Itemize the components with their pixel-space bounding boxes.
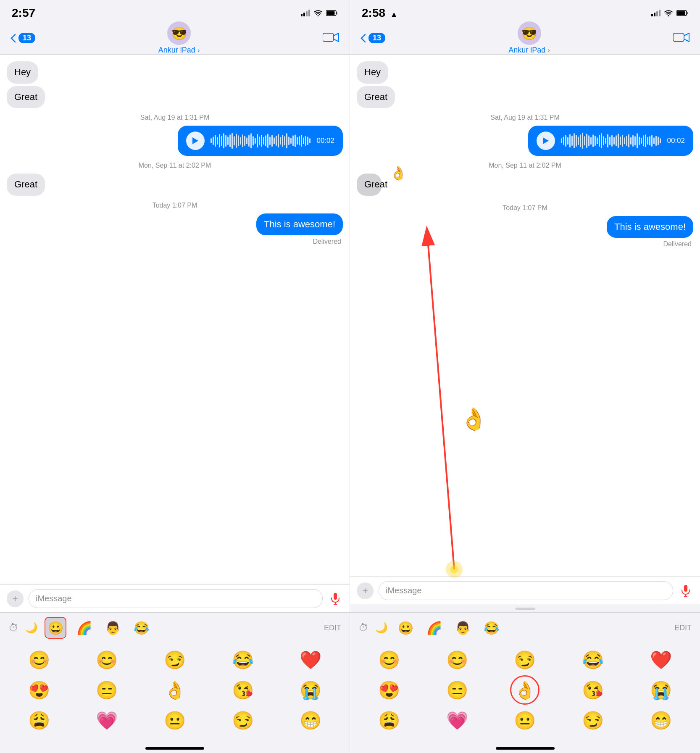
right-drag-handle	[515, 608, 535, 610]
emoji-8[interactable]: 👌	[142, 677, 207, 703]
right-status-icons	[651, 10, 688, 16]
right-emoji-3[interactable]: 😏	[493, 646, 558, 673]
right-emoji-11[interactable]: 😩	[357, 707, 421, 734]
right-back-button[interactable]: 13	[360, 33, 385, 43]
left-panel: 2:57	[0, 0, 350, 753]
emoji-13[interactable]: 😐	[142, 707, 207, 734]
signal-icon	[301, 10, 310, 16]
right-great-bubble-container: Great 👌	[357, 174, 395, 196]
right-emoji-bar-laugh[interactable]: 😂	[480, 617, 502, 639]
right-emoji-5[interactable]: ❤️	[629, 646, 693, 673]
right-msg-awesome: This is awesome!	[607, 216, 693, 238]
right-panel: 2:58 ▲	[350, 0, 700, 753]
right-message-input[interactable]: iMessage	[379, 581, 673, 600]
left-status-bar: 2:57	[0, 0, 350, 23]
back-badge: 13	[18, 33, 35, 43]
audio-message[interactable]: 00:02	[178, 126, 343, 156]
left-emoji-bar-person[interactable]: 👨	[102, 617, 124, 639]
right-emoji-14[interactable]: 😏	[561, 707, 625, 734]
left-emoji-bar-colorful[interactable]: 🌈	[73, 617, 95, 639]
left-add-button[interactable]: +	[7, 590, 24, 607]
right-add-button[interactable]: +	[357, 582, 374, 599]
left-back-button[interactable]: 13	[10, 33, 35, 43]
right-emoji-8-okhand[interactable]: 👌	[493, 677, 558, 703]
right-contact-header[interactable]: 😎 Ankur iPad ›	[508, 21, 550, 55]
wifi-icon	[313, 10, 323, 16]
right-emoji-9[interactable]: 😘	[561, 677, 625, 703]
right-moon-icon[interactable]: 🌙	[375, 622, 388, 634]
svg-rect-10	[651, 14, 653, 16]
ts-today: Today 1:07 PM	[7, 202, 343, 209]
right-emoji-15[interactable]: 😁	[629, 707, 693, 734]
video-camera-icon	[323, 32, 339, 43]
emoji-15[interactable]: 😁	[278, 707, 343, 734]
svg-rect-2	[306, 11, 308, 16]
emoji-11[interactable]: 😩	[7, 707, 71, 734]
left-mic-button[interactable]	[328, 591, 343, 606]
left-recent-icon[interactable]: ⏱	[8, 622, 18, 634]
emoji-2[interactable]: 😊	[75, 646, 139, 673]
emoji-12[interactable]: 💗	[75, 707, 139, 734]
right-status-bar: 2:58 ▲	[350, 0, 700, 23]
right-emoji-4[interactable]: 😂	[561, 646, 625, 673]
emoji-9[interactable]: 😘	[211, 677, 275, 703]
left-emoji-bar-smiley[interactable]: 😀	[45, 617, 66, 639]
right-battery-icon	[676, 10, 688, 16]
emoji-5[interactable]: ❤️	[278, 646, 343, 673]
left-moon-icon[interactable]: 🌙	[25, 622, 38, 634]
right-messages-area: Hey Great Sat, Aug 19 at 1:31 PM	[350, 55, 700, 577]
right-recent-icon[interactable]: ⏱	[358, 622, 368, 634]
emoji-7[interactable]: 😑	[75, 677, 139, 703]
right-emoji-1[interactable]: 😊	[357, 646, 421, 673]
right-emoji-7[interactable]: 😑	[425, 677, 489, 703]
right-emoji-bar-person[interactable]: 👨	[452, 617, 474, 639]
right-back-chevron-icon	[360, 34, 366, 43]
left-nav-bar: 13 😎 Ankur iPad ›	[0, 23, 350, 55]
right-emoji-13[interactable]: 😐	[493, 707, 558, 734]
right-drag-handle-area	[350, 604, 700, 612]
right-time: 2:58 ▲	[362, 6, 398, 20]
right-emoji-12[interactable]: 💗	[425, 707, 489, 734]
ts-aug19: Sat, Aug 19 at 1:31 PM	[7, 114, 343, 121]
right-ts-sep11: Mon, Sep 11 at 2:02 PM	[357, 162, 693, 169]
right-emoji-bar: ⏱ 🌙 😀 🌈 👨 😂 EDIT	[350, 612, 700, 643]
emoji-3[interactable]: 😏	[142, 646, 207, 673]
svg-rect-7	[334, 593, 337, 600]
svg-rect-11	[654, 13, 655, 16]
right-mic-button[interactable]	[678, 583, 693, 598]
svg-rect-15	[677, 11, 685, 15]
right-avatar: 😎	[518, 21, 541, 45]
back-chevron-icon	[10, 34, 16, 43]
right-emoji-2[interactable]: 😊	[425, 646, 489, 673]
right-play-icon	[542, 137, 550, 145]
emoji-circle-highlight	[510, 675, 539, 705]
emoji-1[interactable]: 😊	[7, 646, 71, 673]
msg-awesome: This is awesome!	[256, 213, 343, 236]
left-video-call-button[interactable]	[323, 32, 339, 45]
left-message-input[interactable]: iMessage	[29, 589, 323, 608]
left-contact-header[interactable]: 😎 Ankur iPad ›	[158, 21, 200, 55]
right-video-call-button[interactable]	[673, 32, 690, 45]
left-home-indicator	[145, 747, 204, 750]
left-edit-label[interactable]: EDIT	[324, 624, 341, 632]
emoji-10[interactable]: 😭	[278, 677, 343, 703]
right-msg-great2: Great	[357, 174, 382, 196]
right-mic-icon	[681, 585, 691, 597]
right-home-bar	[350, 739, 700, 753]
emoji-6[interactable]: 😍	[7, 677, 71, 703]
emoji-14[interactable]: 😏	[211, 707, 275, 734]
right-contact-name: Ankur iPad ›	[508, 46, 550, 55]
right-play-button[interactable]	[537, 132, 555, 150]
left-emoji-bar-laugh[interactable]: 😂	[130, 617, 152, 639]
right-emoji-bar-smiley[interactable]: 😀	[395, 617, 416, 639]
right-emoji-6[interactable]: 😍	[357, 677, 421, 703]
right-audio-message[interactable]: 00:02	[528, 126, 693, 156]
play-button[interactable]	[186, 132, 205, 150]
right-emoji-bar-colorful[interactable]: 🌈	[423, 617, 445, 639]
right-emoji-10[interactable]: 😭	[629, 677, 693, 703]
svg-rect-1	[303, 13, 305, 16]
left-status-icons	[301, 10, 338, 16]
right-edit-label[interactable]: EDIT	[674, 624, 692, 632]
right-nav-bar: 13 😎 Ankur iPad ›	[350, 23, 700, 55]
emoji-4[interactable]: 😂	[211, 646, 275, 673]
